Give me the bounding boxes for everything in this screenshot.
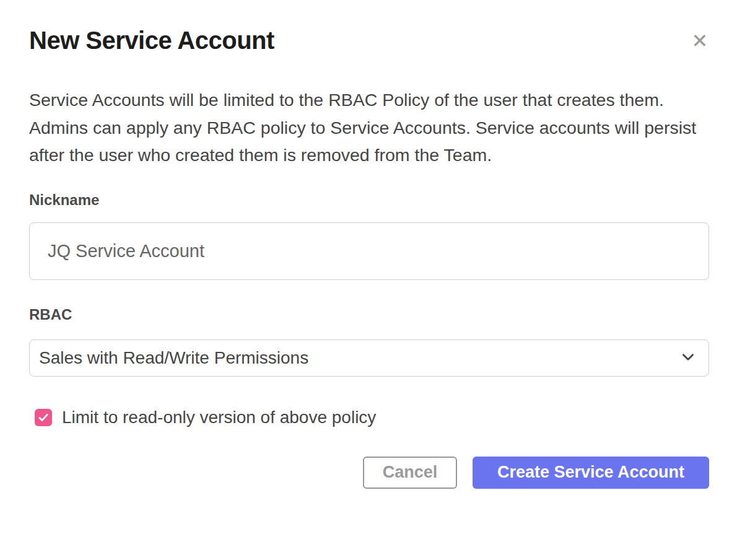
rbac-selected-value: Sales with Read/Write Permissions: [39, 348, 308, 368]
new-service-account-modal: New Service Account ✕ Service Accounts w…: [0, 0, 737, 560]
rbac-label: RBAC: [29, 306, 709, 323]
readonly-checkbox-label[interactable]: Limit to read-only version of above poli…: [62, 408, 376, 427]
modal-title: New Service Account: [29, 0, 709, 56]
create-service-account-button[interactable]: Create Service Account: [473, 457, 709, 489]
nickname-input[interactable]: [29, 222, 709, 280]
readonly-checkbox[interactable]: [35, 409, 52, 426]
close-icon[interactable]: ✕: [689, 30, 711, 52]
readonly-checkbox-row: Limit to read-only version of above poli…: [35, 408, 709, 427]
nickname-label: Nickname: [29, 191, 709, 209]
modal-description: Service Accounts will be limited to the …: [29, 86, 709, 169]
chevron-down-icon: [680, 349, 696, 367]
cancel-button[interactable]: Cancel: [363, 457, 457, 489]
modal-actions: Cancel Create Service Account: [29, 457, 709, 489]
check-icon: [37, 411, 50, 424]
rbac-select[interactable]: Sales with Read/Write Permissions: [29, 339, 709, 377]
